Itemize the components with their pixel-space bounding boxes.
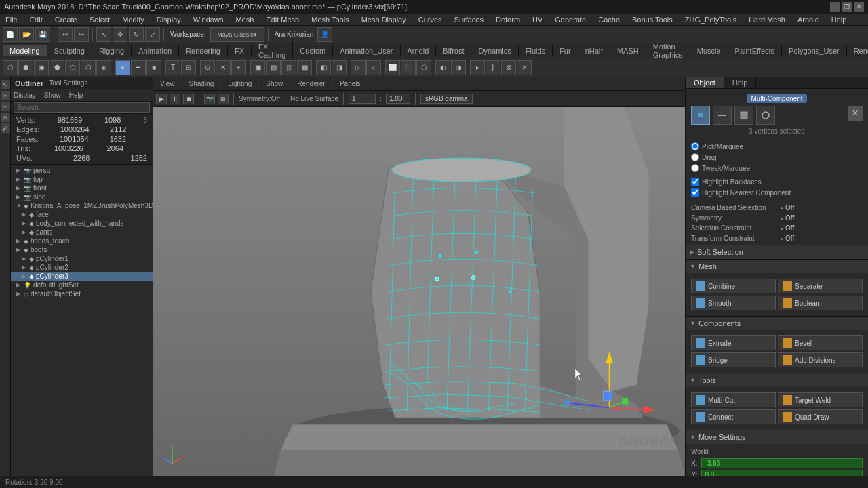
tree-item-kristina-a-pose-1mzbrushpolymesh3d[interactable]: ▼◆Kristina_A_pose_1MZBrushPolyMesh3D — [11, 201, 153, 210]
menu-item-mesh tools[interactable]: Mesh Tools — [309, 16, 351, 24]
bridge-button[interactable]: Bridge — [691, 352, 776, 367]
module-tab-animation[interactable]: Animation — [132, 45, 179, 56]
tweak-marquee-radio[interactable] — [691, 164, 699, 172]
drag-radio[interactable] — [691, 153, 699, 161]
paint-tool-icon[interactable]: ✏ — [1, 91, 10, 100]
tree-item-side[interactable]: ▶📷side — [11, 192, 153, 201]
smooth-button[interactable]: Smooth — [691, 296, 776, 310]
workspace-dropdown[interactable]: Maya Classic▾ — [210, 27, 264, 42]
tool29[interactable]: ‖ — [486, 60, 500, 75]
tool27[interactable]: ◑ — [451, 60, 466, 75]
module-tab-rendering[interactable]: Rendering — [179, 45, 228, 56]
menu-item-curves[interactable]: Curves — [416, 16, 445, 24]
gamma-dropdown[interactable]: sRGB gamma — [420, 94, 473, 104]
module-tab-nhair[interactable]: nHair — [578, 45, 610, 56]
vp-tb2[interactable]: ⏸ — [170, 94, 180, 104]
vp-tab-shading[interactable]: Shading — [182, 79, 222, 89]
tree-item-boots[interactable]: ▶◆boots — [11, 245, 153, 254]
rotate-icon[interactable]: ↻ — [129, 27, 144, 42]
soft-selection-header[interactable]: ▶ Soft Selection — [686, 245, 868, 259]
viewport[interactable]: ViewShadingLightingShowRendererPanels ▶ … — [153, 77, 685, 476]
tool10[interactable]: T — [165, 60, 180, 75]
module-tab-polygons_user[interactable]: Polygons_User — [782, 45, 847, 56]
module-tab-animation_user[interactable]: Animation_User — [333, 45, 400, 56]
open-icon[interactable]: 📂 — [19, 27, 34, 42]
minimize-button[interactable]: — — [830, 2, 840, 12]
vp-tab-renderer[interactable]: Renderer — [290, 79, 333, 89]
tool11[interactable]: ⊞ — [181, 60, 196, 75]
menu-item-arnold[interactable]: Arnold — [795, 16, 822, 24]
scale-icon[interactable]: ⤢ — [145, 27, 160, 42]
sculpt-tool-icon[interactable]: ⊛ — [1, 113, 10, 122]
tool6[interactable]: ⬡ — [81, 60, 96, 75]
display-menu[interactable]: Display — [14, 92, 36, 99]
tree-item-pcylinder1[interactable]: ▶◆pCylinder1 — [11, 254, 153, 263]
cut-tool-icon[interactable]: ✂ — [1, 102, 10, 111]
menu-item-generate[interactable]: Generate — [552, 16, 589, 24]
tree-item-hands-teach[interactable]: ▶◆hands_teach — [11, 237, 153, 245]
uv-icon[interactable] — [756, 106, 775, 125]
menu-item-file[interactable]: File — [3, 16, 20, 24]
menu-item-help[interactable]: Help — [829, 16, 850, 24]
tool21[interactable]: ▷ — [351, 60, 366, 75]
tree-item-defaultobjectset[interactable]: ▶◇defaultObjectSet — [11, 289, 153, 298]
menu-item-display[interactable]: Display — [154, 16, 184, 24]
components-section-header[interactable]: ▼ Components — [686, 317, 868, 330]
tree-item-pants[interactable]: ▶◆pants — [11, 228, 153, 237]
new-icon[interactable]: 📄 — [3, 27, 18, 42]
module-tab-muscle[interactable]: Muscle — [690, 45, 728, 56]
move-settings-header[interactable]: ▼ Move Settings — [686, 430, 868, 444]
clear-selection-button[interactable]: ✕ — [848, 106, 863, 121]
connect-button[interactable]: Connect — [691, 409, 776, 424]
module-tab-dynamics[interactable]: Dynamics — [471, 45, 518, 56]
module-tab-fx[interactable]: FX — [228, 45, 252, 56]
module-tab-fx-caching[interactable]: FX Caching — [252, 41, 293, 60]
tool30[interactable]: ⊠ — [501, 60, 516, 75]
menu-item-select[interactable]: Select — [87, 16, 113, 24]
tool24[interactable]: ⬛ — [401, 60, 416, 75]
show-menu[interactable]: Show — [44, 92, 61, 99]
tool23[interactable]: ⬜ — [385, 60, 400, 75]
vp-tab-show[interactable]: Show — [259, 79, 290, 89]
undo-icon[interactable]: ↩ — [58, 27, 73, 42]
boolean-button[interactable]: Boolean — [778, 296, 863, 310]
multi-cut-button[interactable]: Multi-Cut — [691, 392, 776, 407]
tool3[interactable]: ◉ — [34, 60, 49, 75]
tree-item-face[interactable]: ▶◆face — [11, 210, 153, 219]
module-tab-fur[interactable]: Fur — [553, 45, 578, 56]
y-coord-value[interactable]: 0.85 — [701, 470, 863, 476]
module-tab-sculpting[interactable]: Sculpting — [47, 45, 92, 56]
tool17[interactable]: ▥ — [281, 60, 296, 75]
user-icon[interactable]: 👤 — [317, 27, 332, 42]
module-tab-painteffects[interactable]: PaintEffects — [728, 45, 783, 56]
select-tool-icon[interactable]: ↖ — [1, 80, 10, 89]
add-divisions-button[interactable]: Add Divisions — [778, 352, 863, 367]
vp-tb3[interactable]: ⏹ — [183, 94, 194, 104]
module-tab-modeling[interactable]: Modeling — [3, 45, 47, 56]
target-weld-button[interactable]: Target Weld — [778, 392, 863, 407]
restore-button[interactable]: ❐ — [842, 2, 852, 12]
tool28[interactable]: ▸ — [470, 60, 485, 75]
tool15[interactable]: ▣ — [250, 60, 265, 75]
viewport-canvas[interactable]: THE GNOMON WORKSHOP X Y Z — [153, 107, 685, 476]
separate-button[interactable]: Separate — [778, 279, 863, 293]
tree-item-defaultlightset[interactable]: ▶💡defaultLightSet — [11, 281, 153, 289]
tool2[interactable]: ⬢ — [18, 60, 33, 75]
object-tab[interactable]: Object — [686, 77, 724, 88]
tool19[interactable]: ◧ — [316, 60, 331, 75]
menu-item-mesh[interactable]: Mesh — [233, 16, 256, 24]
move-icon[interactable]: ✛ — [113, 27, 127, 42]
edge-icon[interactable] — [713, 106, 732, 125]
face-tool[interactable]: ■ — [146, 60, 161, 75]
module-tab-motion-graphics[interactable]: Motion Graphics — [646, 41, 690, 60]
tool14[interactable]: ⌖ — [231, 60, 246, 75]
help-tab[interactable]: Help — [724, 77, 757, 88]
menu-item-deform[interactable]: Deform — [493, 16, 523, 24]
highlight-backfaces-cb[interactable] — [691, 178, 699, 186]
menu-item-hard mesh[interactable]: Hard Mesh — [746, 16, 788, 24]
tool18[interactable]: ▦ — [297, 60, 312, 75]
tool4[interactable]: ⬟ — [50, 60, 64, 75]
tool5[interactable]: ⬠ — [65, 60, 80, 75]
menu-item-cache[interactable]: Cache — [595, 16, 623, 24]
close-button[interactable]: ✕ — [854, 2, 864, 12]
